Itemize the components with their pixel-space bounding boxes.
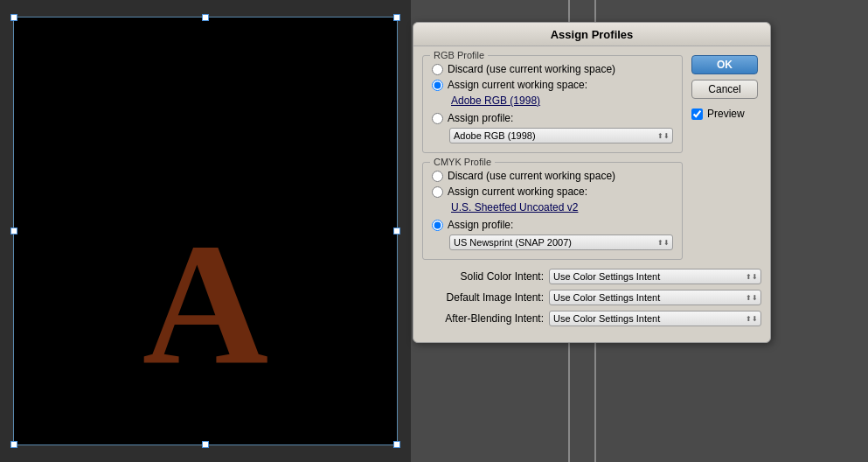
after-blending-intent-row: After-Blending Intent: Use Color Setting… <box>422 311 761 326</box>
rgb-option2-row: Assign current working space: <box>432 79 673 91</box>
cmyk-option1-row: Discard (use current working space) <box>432 170 673 182</box>
handle-mid-right[interactable] <box>393 228 400 234</box>
default-image-intent-label: Default Image Intent: <box>422 291 549 304</box>
dialog-body: RGB Profile Discard (use current working… <box>413 46 770 269</box>
cmyk-profile-group: CMYK Profile Discard (use current workin… <box>422 162 683 260</box>
default-image-intent-row: Default Image Intent: Use Color Settings… <box>422 290 761 305</box>
assign-profiles-dialog: Assign Profiles RGB Profile Discard (use… <box>413 22 771 343</box>
ok-button[interactable]: OK <box>691 55 758 74</box>
rgb-discard-radio[interactable] <box>432 64 443 75</box>
solid-color-intent-label: Solid Color Intent: <box>422 270 549 283</box>
canvas-letter: A <box>142 217 268 392</box>
cmyk-option2-row: Assign current working space: <box>432 186 673 198</box>
cmyk-assign-working-label[interactable]: Assign current working space: <box>448 186 587 198</box>
canvas-area: A <box>0 0 411 462</box>
rgb-profile-select-wrapper: Adobe RGB (1998) <box>449 128 673 144</box>
cmyk-profile-select[interactable]: US Newsprint (SNAP 2007) <box>449 234 673 250</box>
dialog-title-bar: Assign Profiles <box>413 23 770 46</box>
handle-bot-right[interactable] <box>393 441 400 448</box>
dialog-buttons: OK Cancel Preview <box>691 55 761 269</box>
dialog-main: RGB Profile Discard (use current working… <box>422 55 683 269</box>
default-image-intent-select[interactable]: Use Color Settings Intent <box>549 290 761 305</box>
cmyk-profile-select-wrapper: US Newsprint (SNAP 2007) <box>449 234 673 250</box>
rgb-option3-row: Assign profile: <box>432 112 673 124</box>
handle-mid-left[interactable] <box>10 228 17 234</box>
cmyk-discard-radio[interactable] <box>432 171 443 182</box>
rgb-profile-select[interactable]: Adobe RGB (1998) <box>449 128 673 144</box>
intent-section: Solid Color Intent: Use Color Settings I… <box>413 269 770 326</box>
rgb-profile-select-row: Adobe RGB (1998) <box>432 128 673 144</box>
cmyk-working-space-value: U.S. Sheetfed Uncoated v2 <box>432 201 673 214</box>
cancel-button[interactable]: Cancel <box>691 80 758 99</box>
rgb-option1-row: Discard (use current working space) <box>432 63 673 75</box>
cmyk-profile-select-row: US Newsprint (SNAP 2007) <box>432 234 673 250</box>
rgb-discard-label[interactable]: Discard (use current working space) <box>448 63 615 75</box>
rgb-group-label: RGB Profile <box>430 50 488 60</box>
canvas-content: A <box>13 17 398 445</box>
handle-top-left[interactable] <box>10 14 17 21</box>
preview-row: Preview <box>691 108 761 120</box>
cmyk-discard-label[interactable]: Discard (use current working space) <box>448 170 615 182</box>
cmyk-group-label: CMYK Profile <box>430 157 495 167</box>
handle-bot-left[interactable] <box>10 441 17 448</box>
handle-top-center[interactable] <box>202 14 209 21</box>
after-blending-intent-select[interactable]: Use Color Settings Intent <box>549 311 761 326</box>
handle-top-right[interactable] <box>393 14 400 21</box>
rgb-assign-working-label[interactable]: Assign current working space: <box>448 79 587 91</box>
rgb-working-space-value: Adobe RGB (1998) <box>432 94 673 107</box>
solid-color-intent-select[interactable]: Use Color Settings Intent <box>549 269 761 284</box>
handle-bot-center[interactable] <box>202 441 209 448</box>
cmyk-assign-working-radio[interactable] <box>432 186 443 198</box>
rgb-profile-group: RGB Profile Discard (use current working… <box>422 55 683 153</box>
cmyk-assign-profile-label[interactable]: Assign profile: <box>448 219 513 231</box>
solid-color-intent-select-wrapper: Use Color Settings Intent <box>549 269 761 284</box>
preview-label[interactable]: Preview <box>707 108 745 120</box>
after-blending-intent-select-wrapper: Use Color Settings Intent <box>549 311 761 326</box>
after-blending-intent-label: After-Blending Intent: <box>422 312 549 325</box>
solid-color-intent-row: Solid Color Intent: Use Color Settings I… <box>422 269 761 284</box>
dialog-title: Assign Profiles <box>551 28 634 41</box>
rgb-assign-working-radio[interactable] <box>432 80 443 91</box>
rgb-assign-profile-label[interactable]: Assign profile: <box>448 112 513 124</box>
rgb-assign-profile-radio[interactable] <box>432 113 443 124</box>
cmyk-assign-profile-radio[interactable] <box>432 220 443 231</box>
cmyk-option3-row: Assign profile: <box>432 219 673 231</box>
preview-checkbox[interactable] <box>691 108 703 120</box>
default-image-intent-select-wrapper: Use Color Settings Intent <box>549 290 761 305</box>
